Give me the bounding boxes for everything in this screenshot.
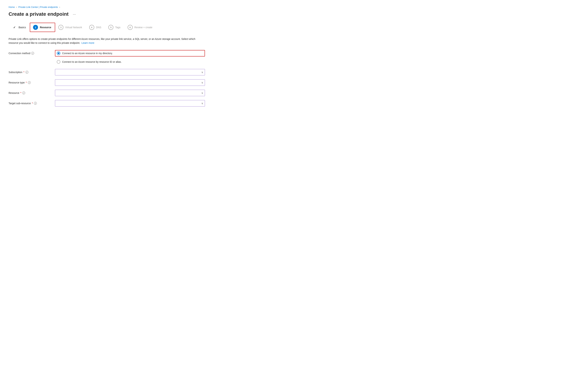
step-resource-circle: 2 bbox=[33, 25, 38, 30]
subscription-label-col: Subscription * i bbox=[9, 69, 48, 74]
page-title: Create a private endpoint bbox=[9, 11, 69, 17]
breadcrumb: Home › Private Link Center | Private end… bbox=[9, 6, 579, 9]
resource-select[interactable] bbox=[55, 90, 205, 96]
subscription-info-icon[interactable]: i bbox=[26, 71, 28, 74]
breadcrumb-private-link[interactable]: Private Link Center | Private endpoints bbox=[18, 6, 58, 9]
form-section: Connection method i Connect to an Azure … bbox=[9, 50, 205, 107]
step-dns-circle: 4 bbox=[89, 25, 94, 30]
step-vnet-label: Virtual Network bbox=[65, 26, 82, 29]
target-sub-resource-label: Target sub-resource bbox=[9, 102, 31, 105]
connection-resource-id-radio-wrapper[interactable] bbox=[57, 60, 60, 64]
target-sub-resource-select[interactable] bbox=[55, 100, 205, 107]
connection-method-label-col: Connection method i bbox=[9, 50, 48, 55]
step-tags-label: Tags bbox=[115, 26, 121, 29]
resource-type-select[interactable] bbox=[55, 79, 205, 86]
breadcrumb-sep-1: › bbox=[16, 6, 17, 9]
resource-type-select-wrapper: ∨ bbox=[55, 79, 205, 86]
page-title-row: Create a private endpoint ··· bbox=[9, 11, 579, 17]
resource-label-col: Resource * i bbox=[9, 90, 48, 94]
step-vnet-circle: 3 bbox=[58, 25, 63, 30]
step-review-create[interactable]: 6 Review + create bbox=[124, 23, 156, 32]
resource-select-wrapper: ∨ bbox=[55, 90, 205, 96]
target-sub-resource-row: Target sub-resource * i ∨ bbox=[9, 100, 205, 107]
resource-type-label: Resource type bbox=[9, 81, 25, 84]
subscription-row: Subscription * i ∨ bbox=[9, 69, 205, 75]
subscription-select-wrapper: ∨ bbox=[55, 69, 205, 75]
connection-resource-id-option[interactable]: Connect to an Azure resource by resource… bbox=[57, 60, 122, 64]
wizard-steps: ✓ Basics 2 Resource 3 Virtual Network 4 … bbox=[9, 23, 579, 32]
target-sub-resource-required: * bbox=[32, 102, 33, 105]
connection-resource-id-wrapper[interactable]: Connect to an Azure resource by resource… bbox=[55, 59, 205, 65]
step-tags-circle: 5 bbox=[108, 25, 113, 30]
step-tags[interactable]: 5 Tags bbox=[105, 23, 124, 32]
step-dns[interactable]: 4 DNS bbox=[86, 23, 105, 32]
subscription-control-col: ∨ bbox=[55, 69, 205, 75]
step-resource-label: Resource bbox=[40, 26, 51, 29]
description-box: Private Link offers options to create pr… bbox=[9, 37, 205, 45]
breadcrumb-home[interactable]: Home bbox=[9, 6, 15, 9]
resource-required: * bbox=[20, 92, 21, 94]
connection-method-info-icon[interactable]: i bbox=[31, 52, 34, 55]
connection-directory-label: Connect to an Azure resource in my direc… bbox=[62, 52, 113, 55]
step-review-label: Review + create bbox=[134, 26, 152, 29]
resource-type-required: * bbox=[26, 81, 26, 84]
step-basics-circle: ✓ bbox=[12, 25, 17, 30]
learn-more-link[interactable]: Learn more bbox=[82, 41, 94, 44]
target-sub-resource-info-icon[interactable]: i bbox=[34, 102, 37, 105]
resource-type-info-icon[interactable]: i bbox=[28, 81, 31, 84]
step-dns-label: DNS bbox=[96, 26, 101, 29]
target-sub-resource-control-col: ∨ bbox=[55, 100, 205, 107]
step-review-circle: 6 bbox=[128, 25, 133, 30]
connection-method-row: Connection method i Connect to an Azure … bbox=[9, 50, 205, 65]
connection-method-radio-group: Connect to an Azure resource in my direc… bbox=[55, 50, 205, 65]
step-basics[interactable]: ✓ Basics bbox=[9, 23, 30, 32]
ellipsis-button[interactable]: ··· bbox=[71, 11, 77, 17]
step-resource[interactable]: 2 Resource bbox=[30, 23, 55, 32]
resource-row: Resource * i ∨ bbox=[9, 90, 205, 96]
connection-method-label: Connection method bbox=[9, 52, 30, 55]
connection-directory-wrapper[interactable]: Connect to an Azure resource in my direc… bbox=[55, 50, 205, 56]
target-sub-resource-select-wrapper: ∨ bbox=[55, 100, 205, 107]
resource-type-label-col: Resource type * i bbox=[9, 79, 48, 84]
connection-resource-id-label: Connect to an Azure resource by resource… bbox=[62, 60, 122, 63]
connection-directory-option[interactable]: Connect to an Azure resource in my direc… bbox=[57, 51, 113, 55]
connection-method-control-col: Connect to an Azure resource in my direc… bbox=[55, 50, 205, 65]
step-basics-label: Basics bbox=[18, 26, 26, 29]
resource-info-icon[interactable]: i bbox=[22, 92, 25, 94]
resource-label: Resource bbox=[9, 92, 19, 94]
target-sub-resource-label-col: Target sub-resource * i bbox=[9, 100, 48, 105]
subscription-label: Subscription bbox=[9, 71, 22, 74]
subscription-select[interactable] bbox=[55, 69, 205, 75]
breadcrumb-sep-2: › bbox=[59, 6, 60, 9]
resource-type-row: Resource type * i ∨ bbox=[9, 79, 205, 86]
resource-type-control-col: ∨ bbox=[55, 79, 205, 86]
subscription-required: * bbox=[23, 71, 24, 74]
step-virtual-network[interactable]: 3 Virtual Network bbox=[55, 23, 86, 32]
description-text: Private Link offers options to create pr… bbox=[9, 37, 195, 44]
connection-directory-radio-wrapper[interactable] bbox=[57, 51, 60, 55]
resource-control-col: ∨ bbox=[55, 90, 205, 96]
